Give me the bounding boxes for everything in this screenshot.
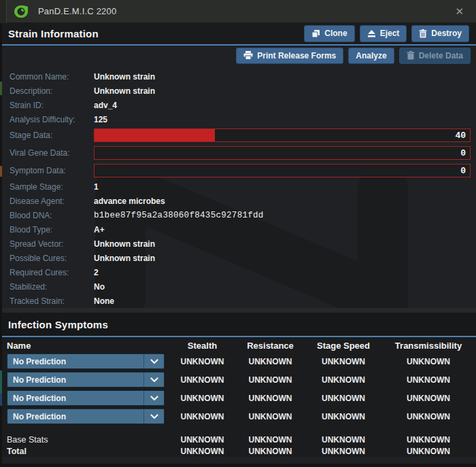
delete-data-button[interactable]: Delete Data	[399, 48, 471, 64]
field-label: Required Cures:	[10, 268, 94, 277]
stage-data-progress-bar: 40	[94, 128, 471, 142]
app-eye-icon	[14, 5, 29, 18]
edge-fragment	[0, 394, 2, 406]
field-label: Analysis Difficulty:	[10, 115, 94, 124]
dropdown-selected-value: No Prediction	[7, 394, 143, 403]
field-viral-gene-data: Viral Gene Data: 0	[10, 144, 471, 162]
field-label: Common Name:	[10, 72, 94, 82]
chevron-down-icon	[143, 354, 164, 368]
total-label: Total	[7, 447, 170, 456]
stealth-value: UNKNOWN	[170, 447, 235, 456]
strain-information-header: Strain Information Clone Eject Destroy	[0, 23, 476, 46]
field-label: Tracked Strain:	[10, 296, 94, 306]
resistance-value: UNKNOWN	[235, 394, 306, 403]
titlebar: PanD.E.M.I.C 2200 ✕	[0, 0, 476, 23]
edge-fragment	[0, 82, 2, 95]
symptom-row-1: No Prediction UNKNOWN UNKNOWN UNKNOWN UN…	[7, 352, 469, 370]
progress-value: 40	[455, 129, 466, 141]
field-value: No	[94, 282, 105, 292]
column-header-stealth: Stealth	[170, 341, 235, 351]
progress-value: 0	[460, 147, 466, 159]
field-blood-dna: Blood DNA: b1bee87f95a2a38060f8435c92781…	[10, 208, 471, 222]
clone-button-label: Clone	[324, 29, 347, 38]
symptom-prediction-dropdown-3[interactable]: No Prediction	[7, 390, 165, 406]
eject-button-label: Eject	[380, 29, 400, 38]
strain-fields: Common Name: Unknown strain Description:…	[0, 66, 476, 308]
clone-button[interactable]: Clone	[304, 25, 354, 41]
field-spread-vector: Spread Vector: Unknown strain	[10, 237, 471, 251]
eject-button[interactable]: Eject	[360, 25, 407, 41]
field-value: Unknown strain	[94, 254, 155, 263]
column-header-name: Name	[7, 341, 170, 351]
resistance-value: UNKNOWN	[235, 412, 306, 421]
symptom-row-2: No Prediction UNKNOWN UNKNOWN UNKNOWN UN…	[7, 370, 469, 389]
field-possible-cures: Possible Cures: Unknown strain	[10, 251, 471, 265]
table-spacer	[7, 426, 469, 434]
field-label: Possible Cures:	[10, 254, 94, 263]
field-value: None	[94, 296, 114, 306]
close-icon[interactable]: ✕	[451, 5, 468, 18]
dropdown-selected-value: No Prediction	[7, 412, 143, 421]
delete-data-label: Delete Data	[419, 51, 463, 60]
strain-action-buttons: Clone Eject Destroy	[304, 25, 469, 41]
field-strain-id: Strain ID: adv_4	[10, 98, 471, 112]
symptom-row-3: No Prediction UNKNOWN UNKNOWN UNKNOWN UN…	[7, 389, 469, 407]
stage-speed-value: UNKNOWN	[306, 435, 381, 445]
chevron-down-icon	[143, 409, 164, 423]
resistance-value: UNKNOWN	[235, 435, 306, 445]
field-sample-stage: Sample Stage: 1	[10, 179, 471, 194]
eject-icon	[367, 29, 376, 38]
field-value: Unknown strain	[94, 86, 155, 96]
destroy-button[interactable]: Destroy	[411, 25, 469, 41]
field-common-name: Common Name: Unknown strain	[10, 69, 471, 84]
resistance-value: UNKNOWN	[235, 447, 306, 456]
symptom-prediction-dropdown-4[interactable]: No Prediction	[7, 409, 165, 424]
field-value: Unknown strain	[94, 239, 155, 249]
field-label: Disease Agent:	[10, 196, 94, 206]
field-value: A+	[94, 225, 105, 235]
transmissibility-value: UNKNOWN	[381, 447, 476, 456]
stealth-value: UNKNOWN	[170, 357, 235, 366]
strain-section-title: Strain Information	[8, 28, 99, 39]
symptoms-table-header: Name Stealth Resistance Stage Speed Tran…	[7, 337, 469, 352]
column-header-resistance: Resistance	[235, 341, 306, 351]
symptom-prediction-dropdown-1[interactable]: No Prediction	[7, 353, 165, 369]
field-label: Viral Gene Data:	[10, 148, 94, 158]
field-disease-agent: Disease Agent: advance microbes	[10, 194, 471, 208]
strain-info-window: PanD.E.M.I.C 2200 ✕ Strain Information C…	[0, 0, 476, 467]
field-value: 2	[94, 268, 99, 277]
transmissibility-value: UNKNOWN	[381, 394, 476, 403]
field-stage-data: Stage Data: 40	[10, 126, 471, 144]
progress-value: 0	[460, 165, 466, 177]
field-value: adv_4	[94, 101, 117, 110]
trash-icon	[407, 51, 415, 60]
stage-speed-value: UNKNOWN	[306, 394, 381, 403]
field-label: Blood DNA:	[10, 211, 94, 220]
field-tracked-strain: Tracked Strain: None	[10, 294, 471, 308]
stealth-value: UNKNOWN	[170, 435, 235, 445]
field-label: Strain ID:	[10, 101, 94, 110]
dropdown-selected-value: No Prediction	[7, 375, 143, 385]
resistance-value: UNKNOWN	[235, 357, 306, 366]
symptom-row-4: No Prediction UNKNOWN UNKNOWN UNKNOWN UN…	[7, 407, 469, 426]
viral-gene-data-progress-bar: 0	[94, 146, 471, 160]
symptom-data-progress-bar: 0	[94, 164, 471, 177]
stealth-value: UNKNOWN	[170, 394, 235, 403]
field-label: Spread Vector:	[10, 239, 94, 249]
printer-icon	[243, 51, 253, 60]
symptom-prediction-dropdown-2[interactable]: No Prediction	[7, 372, 165, 387]
dropdown-selected-value: No Prediction	[7, 357, 143, 366]
field-value: 125	[94, 115, 107, 124]
screen-edge-artifacts	[0, 23, 2, 467]
print-release-forms-button[interactable]: Print Release Forms	[236, 48, 343, 64]
clone-icon	[311, 29, 320, 38]
total-row: Total UNKNOWN UNKNOWN UNKNOWN UNKNOWN	[7, 445, 469, 457]
field-blood-type: Blood Type: A+	[10, 222, 471, 237]
field-required-cures: Required Cures: 2	[10, 265, 471, 279]
print-release-forms-label: Print Release Forms	[257, 51, 336, 60]
analyze-button[interactable]: Analyze	[348, 48, 394, 64]
section-divider	[0, 308, 476, 313]
base-stats-row: Base Stats UNKNOWN UNKNOWN UNKNOWN UNKNO…	[7, 434, 469, 445]
stage-speed-value: UNKNOWN	[306, 447, 381, 456]
stealth-value: UNKNOWN	[170, 375, 235, 385]
